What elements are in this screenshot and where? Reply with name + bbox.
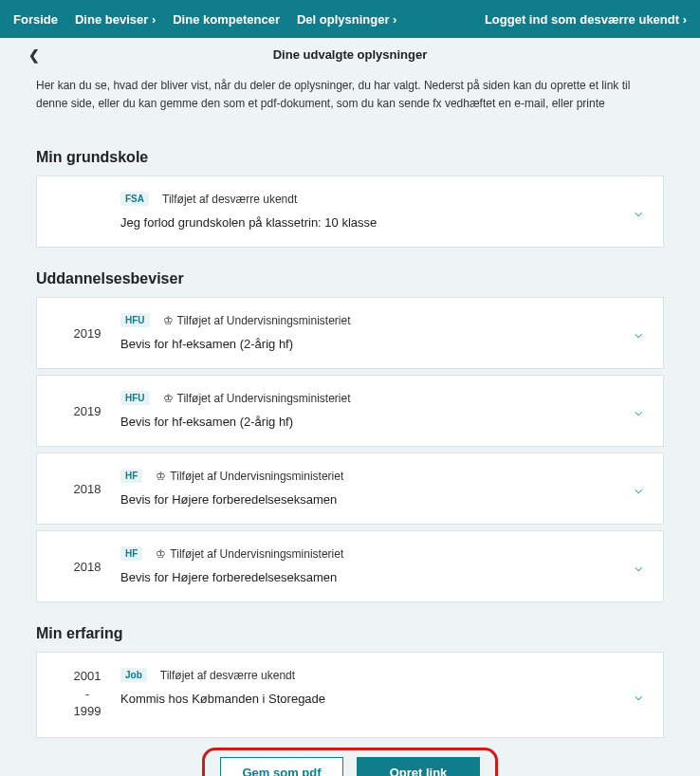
- chevron-down-icon[interactable]: ⌵: [635, 688, 642, 703]
- section-title-erfaring: Min erfaring: [36, 625, 664, 642]
- card-topline: HFU ♔Tilføjet af Undervisningsministerie…: [120, 313, 646, 327]
- chevron-down-icon[interactable]: ⌵: [635, 481, 642, 496]
- tag-fsa: FSA: [120, 192, 149, 206]
- added-by-text: Tilføjet af Undervisningsministeriet: [177, 314, 351, 327]
- section-title-uddannelse: Uddannelsesbeviser: [36, 270, 664, 287]
- top-nav: Forside Dine beviser › Dine kompetencer …: [0, 0, 700, 38]
- crown-icon: ♔: [163, 314, 174, 327]
- card-topline: HF ♔Tilføjet af Undervisningsministeriet: [120, 469, 646, 483]
- year-range: 2001 - 1999: [54, 668, 120, 720]
- card-desc: Bevis for hf-eksamen (2-årig hf): [120, 337, 646, 351]
- nav-left: Forside Dine beviser › Dine kompetencer …: [13, 12, 396, 27]
- subheader: ❮ Dine udvalgte oplysninger: [0, 38, 700, 73]
- tag-hfu: HFU: [120, 391, 150, 405]
- card-desc: Jeg forlod grundskolen på klassetrin: 10…: [120, 215, 646, 230]
- nav-dine-kompetencer[interactable]: Dine kompetencer: [173, 12, 280, 27]
- year-sep: -: [54, 686, 120, 703]
- back-button[interactable]: ❮: [28, 47, 40, 63]
- card-topline: HFU ♔Tilføjet af Undervisningsministerie…: [120, 391, 646, 405]
- year-col: 2019: [54, 313, 120, 341]
- year-col: 2018: [54, 546, 120, 574]
- added-by: ♔Tilføjet af Undervisningsministeriet: [156, 470, 343, 483]
- nav-del-oplysninger[interactable]: Del oplysninger ›: [297, 12, 396, 27]
- year-col: [54, 192, 120, 205]
- section-grundskole: Min grundskole FSA Tilføjet af desværre …: [0, 149, 700, 248]
- create-link-button[interactable]: Opret link: [357, 757, 480, 776]
- intro-text: Her kan du se, hvad der bliver vist, når…: [0, 73, 700, 126]
- grundskole-card[interactable]: FSA Tilføjet af desværre ukendt Jeg forl…: [36, 176, 664, 248]
- added-by-text: Tilføjet af Undervisningsministeriet: [170, 470, 343, 483]
- added-by-text: Tilføjet af Undervisningsministeriet: [177, 392, 351, 405]
- card-body: HFU ♔Tilføjet af Undervisningsministerie…: [120, 313, 646, 351]
- section-title-grundskole: Min grundskole: [36, 149, 664, 166]
- tag-job: Job: [120, 668, 147, 682]
- chevron-down-icon[interactable]: ⌵: [635, 403, 642, 418]
- year-to: 1999: [54, 703, 120, 720]
- card-body: HF ♔Tilføjet af Undervisningsministeriet…: [120, 469, 646, 507]
- uddannelse-card[interactable]: 2019 HFU ♔Tilføjet af Undervisningsminis…: [36, 375, 664, 447]
- card-topline: HF ♔Tilføjet af Undervisningsministeriet: [120, 546, 646, 561]
- tag-hf: HF: [120, 546, 142, 561]
- card-desc: Bevis for Højere forberedelseseksamen: [120, 570, 646, 584]
- nav-dine-beviser[interactable]: Dine beviser ›: [75, 12, 156, 27]
- added-by-text: Tilføjet af Undervisningsministeriet: [170, 547, 343, 561]
- nav-logged-in-user[interactable]: Logget ind som desværre ukendt ›: [485, 12, 687, 27]
- added-by: Tilføjet af desværre ukendt: [160, 669, 295, 682]
- card-topline: FSA Tilføjet af desværre ukendt: [120, 192, 646, 206]
- year-col: 2018: [54, 469, 120, 496]
- added-by: ♔Tilføjet af Undervisningsministeriet: [156, 547, 343, 561]
- card-topline: Job Tilføjet af desværre ukendt: [120, 668, 646, 682]
- tag-hfu: HFU: [120, 313, 150, 327]
- nav-forside[interactable]: Forside: [13, 12, 58, 27]
- footer-bar: Gem som pdf Opret link: [0, 744, 700, 776]
- erfaring-card[interactable]: 2001 - 1999 Job Tilføjet af desværre uke…: [36, 652, 664, 738]
- section-erfaring: Min erfaring 2001 - 1999 Job Tilføjet af…: [0, 625, 700, 738]
- added-by: ♔Tilføjet af Undervisningsministeriet: [163, 392, 351, 405]
- uddannelse-card[interactable]: 2018 HF ♔Tilføjet af Undervisningsminist…: [36, 453, 664, 525]
- added-by: ♔Tilføjet af Undervisningsministeriet: [163, 314, 351, 327]
- card-body: Job Tilføjet af desværre ukendt Kommis h…: [120, 668, 646, 706]
- uddannelse-card[interactable]: 2018 HF ♔Tilføjet af Undervisningsminist…: [36, 530, 664, 602]
- card-desc: Bevis for Højere forberedelseseksamen: [120, 492, 646, 507]
- card-body: FSA Tilføjet af desværre ukendt Jeg forl…: [120, 192, 646, 230]
- section-uddannelse: Uddannelsesbeviser 2019 HFU ♔Tilføjet af…: [0, 270, 700, 602]
- card-body: HF ♔Tilføjet af Undervisningsministeriet…: [120, 546, 646, 584]
- crown-icon: ♔: [156, 547, 166, 561]
- crown-icon: ♔: [163, 392, 174, 405]
- page-title: Dine udvalgte oplysninger: [19, 47, 681, 62]
- year-col: 2019: [54, 391, 120, 418]
- tag-hf: HF: [120, 469, 142, 483]
- uddannelse-card[interactable]: 2019 HFU ♔Tilføjet af Undervisningsminis…: [36, 297, 664, 369]
- chevron-down-icon[interactable]: ⌵: [635, 325, 642, 341]
- chevron-down-icon[interactable]: ⌵: [635, 559, 642, 574]
- crown-icon: ♔: [156, 470, 166, 483]
- year-from: 2001: [54, 668, 120, 685]
- card-body: HFU ♔Tilføjet af Undervisningsministerie…: [120, 391, 646, 429]
- card-desc: Kommis hos Købmanden i Storegade: [120, 692, 646, 706]
- chevron-down-icon[interactable]: ⌵: [635, 204, 642, 219]
- added-by: Tilføjet af desværre ukendt: [162, 193, 297, 206]
- save-pdf-button[interactable]: Gem som pdf: [220, 757, 343, 776]
- card-desc: Bevis for hf-eksamen (2-årig hf): [120, 415, 646, 429]
